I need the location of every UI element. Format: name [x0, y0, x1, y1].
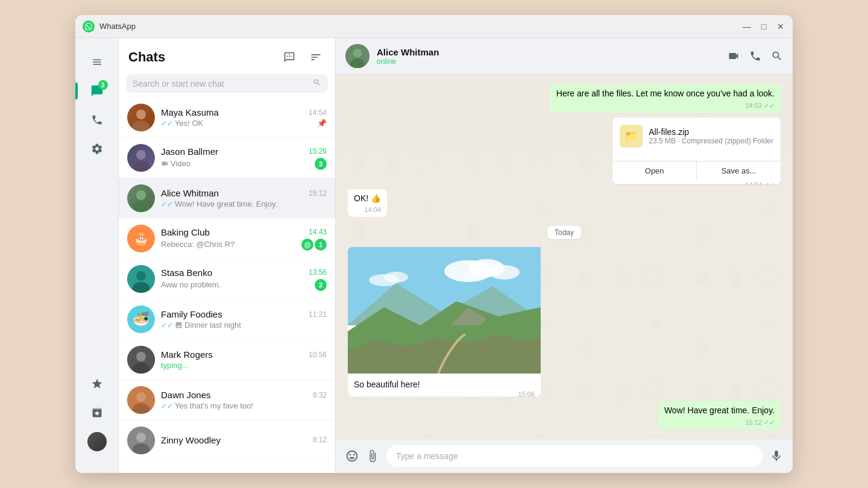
chat-list-panel: Chats: [119, 38, 336, 473]
svg-point-25: [353, 49, 362, 57]
minimize-button[interactable]: —: [742, 22, 752, 31]
menu-button[interactable]: [85, 50, 109, 74]
chat-item-maya[interactable]: Maya Kasuma 14:54 ✓✓ Yes! OK 📌: [119, 98, 335, 138]
user-profile-avatar[interactable]: [87, 432, 107, 451]
chat-time-zinny: 8:12: [313, 436, 327, 444]
chat-info-maya: Maya Kasuma 14:54 ✓✓ Yes! OK 📌: [161, 107, 327, 128]
title-bar: WhatsApp — □ ✕: [75, 15, 793, 38]
chat-name-maya: Maya Kasuma: [161, 107, 219, 117]
messages-area: Here are all the files. Let me know once…: [336, 75, 793, 439]
search-chat-button[interactable]: [771, 50, 783, 62]
chat-item-family[interactable]: 🍜 Family Foodies 11:21 ✓✓ Dinner last ni…: [119, 299, 335, 340]
chat-info-dawn: Dawn Jones 8:32 ✓✓ Yes that's my fave to…: [161, 390, 327, 410]
archived-nav-button[interactable]: [85, 401, 109, 425]
message-1: Here are all the files. Let me know once…: [550, 84, 781, 113]
chat-time-family: 11:21: [309, 310, 327, 319]
svg-point-9: [136, 271, 146, 281]
photo-caption: So beautiful here!: [348, 376, 541, 390]
input-bar: [336, 439, 793, 473]
svg-point-30: [489, 265, 520, 280]
svg-point-4: [136, 190, 146, 200]
open-file-button[interactable]: Open: [612, 161, 697, 180]
chat-list-title: Chats: [128, 49, 165, 65]
video-call-button[interactable]: [728, 50, 740, 62]
chat-item-stasa[interactable]: Stasa Benko 13:56 Aww no problem. 2: [119, 259, 335, 299]
app-body: 3 Chats: [75, 38, 793, 473]
attachment-button[interactable]: [366, 449, 379, 463]
search-icon: [313, 78, 321, 89]
file-name: All-files.zip: [649, 127, 773, 137]
photo-time: 15:06: [348, 390, 541, 396]
avatar-family: 🍜: [127, 305, 155, 333]
search-input[interactable]: [133, 79, 313, 89]
voice-call-button[interactable]: [749, 50, 761, 62]
message-input[interactable]: [386, 445, 763, 467]
message-3-time: 14:04: [354, 205, 381, 214]
day-label: Today: [547, 226, 581, 239]
chat-list: Maya Kasuma 14:54 ✓✓ Yes! OK 📌: [119, 98, 335, 473]
nav-rail: 3: [75, 38, 119, 473]
avatar-alice: [127, 184, 155, 212]
chat-item-dawn[interactable]: Dawn Jones 8:32 ✓✓ Yes that's my fave to…: [119, 380, 335, 421]
unread-badge-jason: 3: [315, 158, 327, 170]
chat-header-avatar[interactable]: [345, 44, 370, 68]
message-3-text: OK! 👍: [354, 193, 381, 203]
svg-point-1: [133, 120, 149, 131]
message-1-time: 14:03 ✓✓: [556, 101, 775, 110]
settings-nav-button[interactable]: [85, 137, 109, 161]
window-controls: — □ ✕: [742, 22, 785, 31]
chat-info-stasa: Stasa Benko 13:56 Aww no problem. 2: [161, 267, 327, 291]
chat-header-actions: [728, 50, 783, 62]
chat-time-baking: 14:43: [309, 228, 327, 236]
chat-item-zinny[interactable]: Zinny Woodley 8:12: [119, 421, 335, 461]
calls-nav-button[interactable]: [85, 108, 109, 132]
chat-contact-name: Alice Whitman: [377, 47, 720, 57]
pin-icon-maya: 📌: [317, 119, 327, 128]
chat-info-mark: Mark Rogers 10:56 typing...: [161, 349, 327, 370]
search-bar: [126, 74, 328, 93]
chat-item-jason[interactable]: Jason Ballmer 15:26 Video 3: [119, 138, 335, 178]
starred-nav-button[interactable]: [85, 372, 109, 396]
chat-preview-mark: typing...: [161, 361, 327, 370]
chat-time-mark: 10:56: [309, 351, 327, 359]
chat-item-mark[interactable]: Mark Rogers 10:56 typing...: [119, 340, 335, 380]
chat-info-alice: Alice Whitman 15:12 ✓✓ Wow! Have great t…: [161, 188, 327, 208]
close-button[interactable]: ✕: [776, 22, 785, 31]
mic-button[interactable]: [770, 449, 783, 463]
photo-message: So beautiful here! 15:06 ❤️: [348, 247, 541, 396]
chat-preview-stasa: Aww no problem.: [161, 280, 312, 289]
message-3: OK! 👍 14:04: [348, 189, 387, 217]
file-meta: 23.5 MB · Compressed (zipped) Folder: [649, 137, 773, 145]
message-6: Wow! Have great time. Enjoy. 15:12 ✓✓: [658, 401, 781, 430]
avatar-maya: [127, 104, 155, 131]
svg-point-12: [136, 352, 146, 361]
chat-info-jason: Jason Ballmer 15:26 Video 3: [161, 146, 327, 170]
chat-name-zinny: Zinny Woodley: [161, 435, 221, 445]
chat-name-family: Family Foodies: [161, 309, 222, 319]
chat-item-baking[interactable]: 🎂 Baking Club 14:43 Rebecca: @Chris R? @…: [119, 219, 335, 259]
chat-time-alice: 15:12: [309, 189, 327, 198]
chat-header-info: Alice Whitman online: [377, 47, 720, 66]
chat-preview-jason: Video: [161, 159, 312, 168]
save-file-button[interactable]: Save as...: [697, 161, 781, 180]
svg-text:🎂: 🎂: [134, 231, 149, 246]
chat-name-dawn: Dawn Jones: [161, 390, 211, 400]
emoji-button[interactable]: [345, 449, 359, 463]
file-details: All-files.zip 23.5 MB · Compressed (zipp…: [649, 127, 773, 145]
maximize-button[interactable]: □: [759, 22, 769, 31]
chat-name-mark: Mark Rogers: [161, 349, 213, 360]
chat-item-alice[interactable]: Alice Whitman 15:12 ✓✓ Wow! Have great t…: [119, 178, 335, 219]
svg-point-0: [136, 110, 146, 119]
chat-time-stasa: 13:56: [309, 268, 327, 277]
chat-preview-dawn: ✓✓ Yes that's my fave too!: [161, 401, 327, 410]
chat-name-jason: Jason Ballmer: [161, 146, 218, 157]
file-icon: 📁: [620, 125, 643, 148]
filter-button[interactable]: [306, 48, 326, 67]
new-chat-button[interactable]: [280, 48, 299, 67]
whatsapp-logo: [83, 20, 95, 33]
avatar-zinny: [127, 427, 155, 454]
svg-point-2: [136, 150, 146, 160]
unread-badge: 3: [98, 80, 108, 90]
message-6-text: Wow! Have great time. Enjoy.: [664, 405, 775, 415]
chats-nav-button[interactable]: 3: [85, 79, 109, 103]
